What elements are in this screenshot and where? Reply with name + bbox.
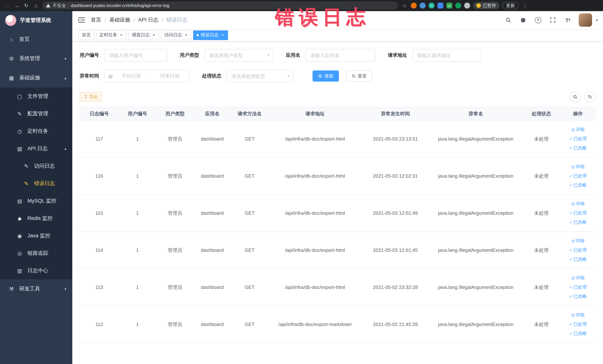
date-range-picker[interactable]: ▦ 开始日期 - 结束日期 — [104, 70, 189, 82]
fullscreen-icon[interactable] — [549, 16, 557, 24]
browser-back-icon[interactable]: ← — [4, 2, 10, 9]
sidebar-item[interactable]: ⚙系统管理▾ — [0, 49, 72, 68]
process-status-select[interactable] — [227, 70, 293, 82]
request-url-input[interactable] — [412, 49, 482, 61]
action-详细[interactable]: ◎详细 — [562, 236, 594, 246]
action-已忽略[interactable]: ✓已忽略 — [562, 255, 594, 264]
tab-调度日志[interactable]: 调度日志× — [128, 30, 159, 40]
toggle-search-button[interactable] — [570, 91, 581, 102]
address-bar[interactable]: 不安全 dashboard.yudao.iocoder.cn/infra/log… — [42, 1, 398, 10]
action-详细[interactable]: ◎详细 — [562, 199, 594, 208]
tab-定时任务[interactable]: 定时任务× — [96, 30, 127, 40]
sidebar-item[interactable]: ▤MySQL 监控 — [0, 192, 72, 210]
font-size-icon[interactable]: TT — [564, 16, 571, 24]
eye-icon: ◎ — [571, 201, 575, 206]
divider — [68, 3, 69, 8]
mysql-icon: ▤ — [16, 198, 24, 204]
sidebar-item[interactable]: ◎链路追踪 — [0, 244, 72, 262]
reset-button[interactable]: ↻ 重置 — [346, 70, 372, 82]
action-已忽略[interactable]: ✓已忽略 — [562, 329, 594, 338]
column-header: 日志编号 — [80, 107, 119, 120]
extension-icon[interactable] — [420, 3, 426, 9]
action-已处理[interactable]: ✓已处理 — [562, 134, 594, 143]
action-已忽略[interactable]: ✓已忽略 — [562, 143, 594, 153]
browser-home-icon[interactable]: ⌂ — [33, 2, 39, 9]
tab-close-icon[interactable]: × — [184, 33, 188, 37]
column-header: 请求方法名 — [231, 107, 268, 120]
action-已处理[interactable]: ✓已处理 — [562, 282, 594, 292]
cell-actions: ◎详细✓已处理✓已忽略 — [560, 306, 596, 343]
user-avatar[interactable] — [579, 13, 592, 27]
search-button[interactable]: 搜索 — [313, 70, 339, 82]
user-type-select[interactable] — [204, 49, 273, 61]
sidebar-item[interactable]: ▢文件管理 — [0, 88, 72, 105]
extension-icon[interactable] — [464, 3, 470, 9]
action-已处理[interactable]: ✓已处理 — [562, 171, 594, 181]
chevron-down-icon[interactable]: ▾ — [596, 18, 598, 22]
sidebar-item[interactable]: ▨API 日志▴ — [0, 140, 72, 157]
tab-close-icon[interactable]: × — [221, 33, 225, 37]
sidebar-item[interactable]: ✎错误日志 — [0, 175, 72, 192]
action-详细[interactable]: ◎详细 — [562, 162, 594, 171]
breadcrumb-item[interactable]: API 日志 — [138, 17, 159, 23]
cell-method: GET — [231, 120, 268, 157]
extension-icon[interactable]: V — [429, 3, 434, 9]
action-详细[interactable]: ◎详细 — [562, 310, 594, 320]
action-已处理[interactable]: ✓已处理 — [562, 246, 594, 255]
sidebar-item[interactable]: ▦基础设施▴ — [0, 68, 72, 88]
breadcrumb-item[interactable]: 基础设施 — [109, 17, 130, 23]
cell-exception: java.lang.IllegalArgumentException — [429, 306, 522, 343]
github-icon[interactable] — [520, 16, 527, 24]
extension-icon[interactable] — [438, 3, 443, 9]
chevron-down-icon: ▾ — [65, 287, 66, 291]
cell-id: 117 — [80, 120, 119, 157]
export-button[interactable]: ↧ 导出 — [80, 92, 102, 102]
action-已忽略[interactable]: ✓已忽略 — [562, 181, 594, 190]
eye-icon: ◎ — [571, 276, 575, 280]
sidebar-item[interactable]: ⌂首页 — [0, 30, 72, 49]
sidebar-item[interactable]: ◷定时任务 — [0, 122, 72, 140]
browser-menu-icon[interactable]: ⋮ — [522, 2, 528, 9]
sidebar-item[interactable]: ◆Redis 监控 — [0, 210, 72, 227]
refresh-table-button[interactable]: ↻ — [584, 91, 596, 102]
tab-首页[interactable]: 首页 — [79, 30, 94, 40]
user-id-input[interactable] — [104, 49, 167, 61]
browser-update-button[interactable]: 更新 — [502, 2, 519, 9]
breadcrumb-item[interactable]: 首页 — [91, 17, 101, 23]
cell-user_id: 1 — [119, 269, 156, 306]
cell-method: GET — [231, 306, 268, 343]
profile-paused-badge[interactable]: 已暂停 — [473, 2, 499, 9]
column-header: 异常名 — [429, 107, 522, 120]
tab-close-icon[interactable]: × — [119, 33, 123, 37]
action-详细[interactable]: ◎详细 — [562, 125, 594, 134]
browser-reload-icon[interactable]: ↻ — [23, 2, 30, 9]
tab-close-icon[interactable]: × — [152, 33, 156, 37]
extension-icon[interactable]: on — [446, 3, 452, 9]
help-icon[interactable]: ? — [534, 16, 542, 24]
sidebar-item[interactable]: ✎配置管理 — [0, 105, 72, 122]
tab-错误日志[interactable]: 错误日志× — [193, 30, 228, 40]
app-name-input[interactable] — [305, 49, 375, 61]
sidebar-item[interactable]: ⚒研发工具▾ — [0, 279, 72, 299]
filter-label-request-url: 请求地址 — [388, 52, 407, 59]
breadcrumb-separator: / — [104, 17, 106, 23]
bookmark-star-icon[interactable]: ☆ — [401, 2, 408, 9]
extension-icon[interactable] — [455, 3, 461, 9]
action-已处理[interactable]: ✓已处理 — [562, 208, 594, 218]
search-icon[interactable] — [505, 16, 512, 24]
sidebar-item[interactable]: ✎访问日志 — [0, 157, 72, 175]
action-已处理[interactable]: ✓已处理 — [562, 320, 594, 329]
sidebar-item[interactable]: ▥日志中心 — [0, 262, 72, 279]
hamburger-icon[interactable] — [78, 17, 85, 23]
action-已忽略[interactable]: ✓已忽略 — [562, 218, 594, 227]
action-已忽略[interactable]: ✓已忽略 — [562, 292, 594, 301]
action-详细[interactable]: ◎详细 — [562, 273, 594, 282]
sidebar-item[interactable]: ◉Java 监控 — [0, 227, 72, 244]
check-icon: ✓ — [569, 211, 573, 215]
security-label[interactable]: 不安全 — [53, 2, 66, 9]
check-icon: ✓ — [569, 146, 573, 150]
extension-icon[interactable] — [411, 3, 417, 9]
app-logo[interactable]: 芋道管理系统 — [0, 11, 72, 30]
tab-访问日志[interactable]: 访问日志× — [161, 30, 191, 40]
browser-forward-icon[interactable]: → — [13, 2, 20, 9]
